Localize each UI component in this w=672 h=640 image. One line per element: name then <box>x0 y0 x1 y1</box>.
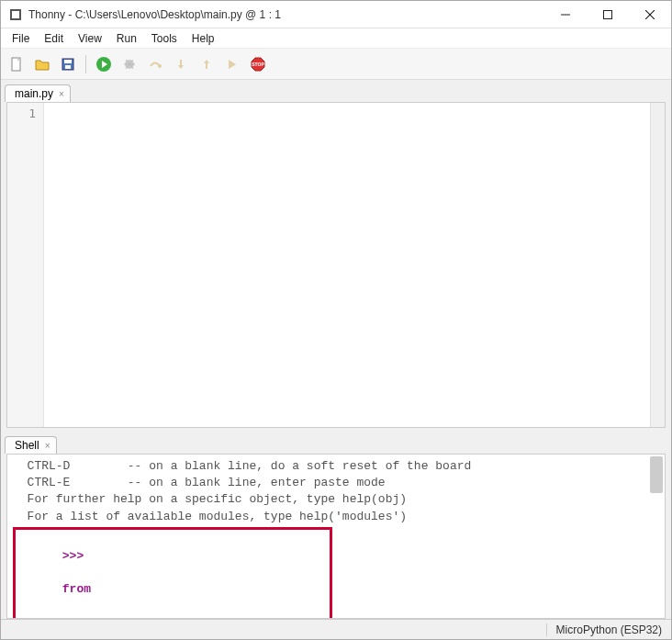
menu-file[interactable]: File <box>5 30 37 47</box>
close-shell-tab-icon[interactable]: × <box>45 441 50 451</box>
svg-marker-20 <box>229 60 236 69</box>
shell-output-line: For a list of available modules, type he… <box>13 509 659 525</box>
close-tab-icon[interactable]: × <box>59 89 64 99</box>
shell-scrollbar[interactable] <box>650 456 663 493</box>
minimize-button[interactable] <box>544 1 587 28</box>
debug-button[interactable] <box>119 54 140 74</box>
shell-output-line: CTRL-E -- on a blank line, enter paste m… <box>13 475 659 491</box>
toolbar: STOP <box>1 49 671 80</box>
resume-button[interactable] <box>222 54 242 74</box>
svg-rect-10 <box>65 65 71 69</box>
shell-panel[interactable]: CTRL-D -- on a blank line, do a soft res… <box>6 454 666 619</box>
editor-tab-label: main.py <box>15 87 53 100</box>
menu-bar: File Edit View Run Tools Help <box>1 28 671 49</box>
stop-button[interactable]: STOP <box>248 54 268 74</box>
keyword-from: from <box>62 582 91 596</box>
window-controls <box>544 1 671 28</box>
status-bar: MicroPython (ESP32) <box>1 619 671 639</box>
editor-tab-main[interactable]: main.py × <box>5 84 71 102</box>
close-button[interactable] <box>629 1 671 28</box>
shell-output-line: CTRL-D -- on a blank line, do a soft res… <box>13 458 659 475</box>
run-button[interactable] <box>94 54 114 74</box>
title-bar: Thonny - C:\Users\Lenovo\Desktop\main.py… <box>1 1 671 28</box>
module-name: machine <box>62 616 113 619</box>
editor-scrollbar[interactable] <box>650 103 665 427</box>
menu-tools[interactable]: Tools <box>144 30 185 47</box>
menu-run[interactable]: Run <box>109 30 144 47</box>
svg-rect-1 <box>12 11 19 18</box>
step-out-button[interactable] <box>196 54 217 74</box>
menu-edit[interactable]: Edit <box>37 30 71 47</box>
menu-view[interactable]: View <box>71 30 109 47</box>
svg-point-17 <box>158 64 162 68</box>
svg-marker-19 <box>204 60 209 63</box>
line-number: 1 <box>7 107 36 120</box>
code-editor[interactable]: 1 <box>6 102 666 428</box>
maximize-button[interactable] <box>587 1 629 28</box>
step-into-button[interactable] <box>171 54 191 74</box>
shell-input-line: >>> from machine import Pin <box>19 532 326 619</box>
open-file-button[interactable] <box>32 54 52 74</box>
app-icon <box>8 7 23 22</box>
shell-output-line: For further help on a specific object, t… <box>13 491 659 508</box>
editor-tab-bar: main.py × <box>1 80 671 102</box>
interpreter-selector[interactable]: MicroPython (ESP32) <box>546 623 662 636</box>
toolbar-separator <box>85 55 86 73</box>
save-button[interactable] <box>58 54 78 74</box>
svg-rect-9 <box>64 60 72 63</box>
shell-tab[interactable]: Shell × <box>5 436 57 454</box>
svg-rect-3 <box>604 10 612 18</box>
shell-tab-label: Shell <box>15 439 39 452</box>
menu-help[interactable]: Help <box>185 30 222 47</box>
step-over-button[interactable] <box>145 54 165 74</box>
shell-tab-bar: Shell × <box>1 433 671 454</box>
shell-prompt: >>> <box>62 549 84 563</box>
svg-text:STOP: STOP <box>252 62 264 67</box>
svg-marker-18 <box>178 65 184 69</box>
code-content[interactable] <box>44 103 650 427</box>
new-file-button[interactable] <box>6 54 27 74</box>
line-number-gutter: 1 <box>7 103 44 427</box>
highlighted-commands: >>> from machine import Pin >>> Pin(2, P… <box>13 527 332 619</box>
window-title: Thonny - C:\Users\Lenovo\Desktop\main.py… <box>28 8 544 21</box>
